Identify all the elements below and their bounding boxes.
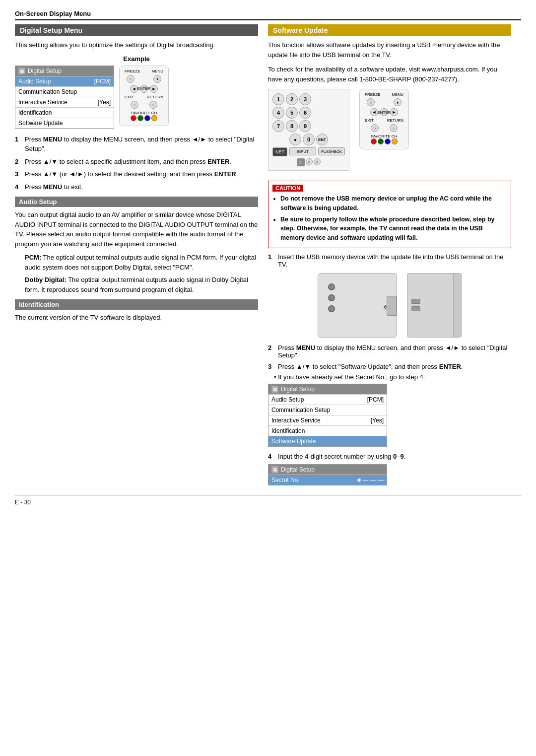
sw-step-1: 1 Insert the USB memory device with the … — [268, 253, 511, 268]
digital-setup-steps: 1 Press MENU to display the MENU screen,… — [15, 135, 258, 192]
numpad-grid: 1 2 3 4 5 6 7 8 9 — [272, 93, 345, 132]
audio-setup-body: You can output digital audio to an AV am… — [15, 210, 258, 249]
btn-0: 0 — [303, 134, 315, 145]
icon-circle-1: ○ — [306, 158, 313, 165]
return-label-r: RETURN — [387, 118, 403, 123]
sw-step-3: 3 Press ▲/▼ to select "Software Update",… — [268, 363, 511, 370]
identification-body: The current version of the TV software i… — [15, 313, 258, 323]
return-btn: ○ — [149, 101, 157, 109]
light-2 — [328, 294, 335, 301]
enter-btn-r: ENTER — [380, 108, 388, 116]
caution-item-1: Do not remove the USB memory device or u… — [280, 194, 507, 213]
digital-setup-intro: This setting allows you to optimize the … — [15, 40, 258, 50]
menu-row-interactive: Interactive Service [Yes] — [15, 97, 114, 107]
page-header: On-Screen Display Menu — [15, 10, 521, 20]
sw-step-4: 4 Input the 4-digit secret number by usi… — [268, 453, 511, 460]
menu-row-comm: Communication Setup — [15, 86, 114, 97]
numpad-diagram-1: 1 2 3 4 5 6 7 8 9 ● 0 ENT NET INPU — [268, 89, 349, 171]
menu-table-header-label: Digital Setup — [28, 68, 62, 74]
return-btn-r: ○ — [390, 124, 398, 132]
colored-btns — [131, 115, 157, 121]
btn-flashbck: FLASHBCK — [318, 147, 345, 155]
step-3: 3 Press ▲/▼ (or ◄/►) to select the desir… — [15, 169, 258, 179]
left-column: Digital Setup Menu This setting allows y… — [15, 24, 258, 485]
freeze-label: FREEZE — [125, 69, 140, 73]
audio-setup-header: Audio Setup — [15, 197, 258, 207]
page-footer: E - 30 — [15, 495, 521, 506]
menu-btn-r: ● — [394, 98, 402, 106]
enter-btn: ENTER — [140, 85, 148, 93]
exit-btn: ○ — [131, 101, 138, 109]
exit-label-r: EXIT — [365, 118, 374, 123]
numpad-area: 1 2 3 4 5 6 7 8 9 ● 0 ENT NET INPU — [268, 89, 511, 175]
light-1 — [328, 283, 335, 290]
menu-row-software: Software Update — [15, 118, 114, 128]
exit-label: EXIT — [125, 95, 134, 99]
menu-btn: ● — [153, 75, 161, 83]
caution-label: CAUTION — [272, 185, 303, 192]
numpad-icons-row: □ ○ ○ — [272, 158, 345, 166]
software-update-title: Software Update — [268, 24, 511, 36]
usb-device: ⇐ — [318, 273, 397, 338]
btn-c — [144, 115, 150, 121]
menu-row-label: Audio Setup — [18, 78, 51, 85]
menu-row-2-comm: Communication Setup — [268, 405, 387, 415]
software-intro2: To check for the availability of a softw… — [268, 65, 511, 84]
btn-4: 4 — [272, 107, 284, 119]
sw-step-2: 2 Press MENU to display the MENU screen,… — [268, 344, 511, 359]
freeze-label-r: FREEZE — [365, 92, 381, 97]
btn-a-r — [371, 138, 377, 144]
sw-step-3-bullet: • If you have already set the Secret No.… — [274, 372, 511, 382]
menu-row-label: Communication Setup — [18, 88, 77, 95]
return-label: RETURN — [147, 95, 163, 99]
light-3 — [328, 305, 335, 312]
identification-header: Identification — [15, 299, 258, 310]
btn-ent: ENT — [316, 134, 328, 145]
secret-no-row: Secret No. ■ — — — — [268, 475, 387, 485]
btn-net: NET — [272, 147, 287, 156]
step-4: 4 Press MENU to exit. — [15, 182, 258, 192]
menu-row-2-identification: Identification — [268, 425, 387, 436]
caution-item-2: Be sure to properly follow the whole pro… — [280, 215, 507, 243]
favorite-ch-label: FAVORITE CH — [123, 111, 165, 115]
freeze-btn: ○ — [127, 75, 134, 83]
colored-btns-r — [371, 138, 398, 144]
numpad-bottom: ● 0 ENT — [272, 134, 345, 145]
speaker-lights — [328, 283, 335, 312]
btn-d-r — [392, 138, 398, 144]
remote-diagram-left: FREEZE MENU ○ ● ◄ ENTER ► EXIT — [119, 66, 169, 126]
menu-row-value: [PCM] — [94, 78, 111, 85]
freeze-btn-r: ○ — [367, 98, 375, 106]
menu-example-table-2: ▦ Digital Setup Audio Setup [PCM] Commun… — [268, 384, 511, 447]
right-column: Software Update This function allows sof… — [268, 24, 511, 485]
menu-row-value: [Yes] — [98, 99, 111, 106]
btn-6: 6 — [299, 107, 311, 119]
menu-table-2-header: ▦ Digital Setup — [268, 384, 387, 394]
btn-dot: ● — [289, 134, 301, 145]
usb-slot-2 — [411, 306, 420, 311]
dolby-item: Dolby Digital: The optical output termin… — [25, 275, 258, 294]
menu-row-identification: Identification — [15, 107, 114, 118]
menu-example-table: ▦ Digital Setup Audio Setup [PCM] Commun… — [15, 66, 114, 129]
numpad-bottom-row: NET INPUT FLASHBCK — [272, 147, 345, 156]
btn-input: INPUT — [289, 147, 316, 155]
icon-square: □ — [297, 158, 305, 166]
step-2: 2 Press ▲/▼ to select a specific adjustm… — [15, 157, 258, 167]
menu-row-2-interactive: Interactive Service [Yes] — [268, 415, 387, 425]
menu-label: MENU — [151, 69, 163, 73]
menu-row-label: Interactive Service — [18, 99, 67, 106]
btn-5: 5 — [286, 107, 298, 119]
right-arrow-r: ► — [390, 108, 398, 116]
right-arrow-btn: ► — [150, 85, 158, 93]
btn-1: 1 — [272, 93, 284, 105]
remote-diagram-right: FREEZE MENU ○ ● ◄ ENTER ► EXIT — [359, 89, 409, 149]
fav-ch-label-r: FAVORITE CH — [363, 134, 405, 138]
usb-diagram: ⇐ — [268, 273, 511, 339]
step-1: 1 Press MENU to display the MENU screen,… — [15, 135, 258, 154]
tv-side-view — [407, 273, 462, 338]
secret-menu-header: ▦ Digital Setup — [268, 465, 387, 475]
software-intro1: This function allows software updates by… — [268, 40, 511, 60]
usb-port — [387, 296, 397, 316]
menu-row-2-audio: Audio Setup [PCM] — [268, 394, 387, 405]
icon-circle-2: ○ — [314, 158, 321, 165]
